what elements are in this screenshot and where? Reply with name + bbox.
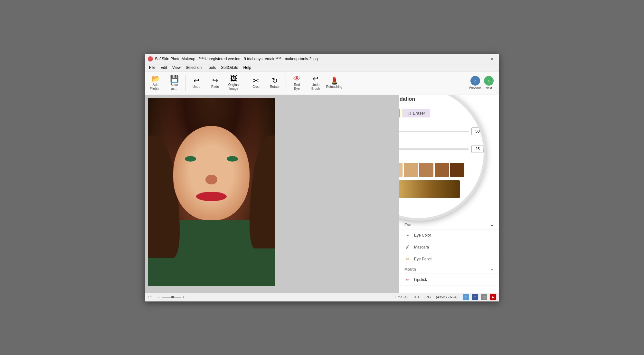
color-intensity-slider-track[interactable] <box>399 148 469 150</box>
photo-nose <box>205 175 218 184</box>
next-nav[interactable]: › Next <box>484 76 494 90</box>
color-label-inner: Color <box>399 157 484 161</box>
zoom-out-button[interactable]: ─ <box>158 295 160 299</box>
eye-section-label: Eye <box>404 223 411 227</box>
photo-eye-left <box>185 156 196 162</box>
panel-header-inner: 💄 Foundation ✕ <box>399 95 484 107</box>
eye-pencil-item[interactable]: ✏ Eye Pencil <box>399 253 499 265</box>
zoom-controls: ─ + <box>158 295 184 299</box>
color-swatch-1[interactable] <box>399 163 402 177</box>
red-eye-icon: 👁 <box>293 75 300 82</box>
facebook-icon[interactable]: f <box>472 294 478 300</box>
mouth-section-label: Mouth <box>404 267 416 272</box>
color-swatch-3[interactable] <box>419 163 433 177</box>
menu-softorbits[interactable]: SoftOrbits <box>218 65 241 70</box>
zoom-slider[interactable] <box>162 297 181 298</box>
previous-label: Previous <box>469 86 481 90</box>
lipstick-label: Lipstick <box>414 277 427 282</box>
redo-button[interactable]: ↪ Redo <box>206 72 224 94</box>
gradient-rect[interactable] <box>399 180 460 198</box>
save-as-button[interactable]: 💾 Saveas... <box>165 72 183 94</box>
retouching-label: Retouching <box>326 85 343 89</box>
eye-pencil-label: Eye Pencil <box>414 257 432 261</box>
toolbar-nav-area: ‹ Previous › Next <box>469 76 497 90</box>
panel-close-inner[interactable]: ✕ <box>476 96 481 102</box>
eraser-tab-icon: ◻ <box>407 111 411 116</box>
title-bar: SoftSkin Photo Makeup - ****Unregistered… <box>145 54 499 64</box>
mouth-section-arrow: ▲ <box>490 267 494 271</box>
status-icons: ℹ f ⊡ ▶ <box>463 294 496 300</box>
color-intensity-label: Color intensity <box>399 139 484 144</box>
undo-brush-button[interactable]: ↩ UndoBrush <box>307 72 325 94</box>
mouth-section-header[interactable]: Mouth ▲ <box>399 265 499 274</box>
rotate-button[interactable]: ↻ Rotate <box>266 72 284 94</box>
menu-file[interactable]: File <box>147 65 158 70</box>
original-image-button[interactable]: 🖼 OriginalImage <box>225 72 243 94</box>
lipstick-item[interactable]: ✏ Lipstick <box>399 274 499 286</box>
radius-slider-track[interactable] <box>399 131 469 132</box>
zoom-indicator: 1:1 <box>148 295 153 299</box>
tool-tabs-inner: 🖌 Brush ◻ Eraser <box>399 107 484 119</box>
format-label: JPG <box>424 295 431 299</box>
maximize-button[interactable]: □ <box>479 56 487 62</box>
color-intensity-value[interactable]: 25 <box>471 145 484 153</box>
color-swatch-5[interactable] <box>450 163 464 177</box>
previous-nav[interactable]: ‹ Previous <box>469 76 481 90</box>
color-swatch-2[interactable] <box>404 163 418 177</box>
menu-view[interactable]: View <box>170 65 183 70</box>
next-label: Next <box>486 86 492 90</box>
menu-tools[interactable]: Tools <box>204 65 218 70</box>
next-button[interactable]: › <box>484 76 494 86</box>
retouching-button[interactable]: 💄 Retouching <box>325 72 343 94</box>
eraser-tab[interactable]: ◻ Eraser <box>402 109 430 117</box>
minimize-button[interactable]: ─ <box>470 56 478 62</box>
toolbar-sep-3 <box>286 75 286 91</box>
color-intensity-control: Color intensity 25 <box>399 138 484 155</box>
eye-color-item[interactable]: ● Eye Color <box>399 229 499 241</box>
redo-icon: ↪ <box>212 77 218 84</box>
share-icon[interactable]: ⊡ <box>481 294 487 300</box>
add-files-button[interactable]: 📂 AddFile(s)... <box>147 72 165 94</box>
nav-list: Eye ▲ ● Eye Color 🖊 Mascara ✏ Eye Pencil <box>399 221 499 293</box>
menu-bar: File Edit View Selection Tools SoftOrbit… <box>145 64 499 71</box>
brush-tab[interactable]: 🖌 Brush <box>399 109 400 117</box>
undo-button[interactable]: ↩ Undo <box>187 72 205 94</box>
rotate-icon: ↻ <box>272 77 278 84</box>
crop-button[interactable]: ✂ Crop <box>247 72 265 94</box>
radius-slider-row: 50 <box>399 127 484 135</box>
radius-value[interactable]: 50 <box>471 127 484 135</box>
menu-help[interactable]: Help <box>241 65 254 70</box>
retouching-icon: 💄 <box>330 77 339 84</box>
eye-section-header[interactable]: Eye ▲ <box>399 221 499 229</box>
main-content: 💄 Foundation ✕ 🖌 Brush ◻ Eraser <box>145 95 499 293</box>
menu-edit[interactable]: Edit <box>158 65 170 70</box>
dimensions-label: (435x650x24) <box>436 295 458 299</box>
menu-selection[interactable]: Selection <box>183 65 204 70</box>
mascara-item[interactable]: 🖊 Mascara <box>399 241 499 253</box>
youtube-icon[interactable]: ▶ <box>490 294 496 300</box>
undo-brush-label: UndoBrush <box>311 83 320 91</box>
add-files-icon: 📂 <box>151 75 160 82</box>
photo-container <box>148 98 275 286</box>
radius-control: Radius 50 <box>399 119 484 138</box>
color-gradient-picker[interactable] <box>399 179 484 199</box>
radius-slider-thumb[interactable] <box>399 128 399 135</box>
zoom-thumb <box>171 296 174 298</box>
info-icon[interactable]: ℹ <box>463 294 469 300</box>
previous-button[interactable]: ‹ <box>470 76 480 86</box>
red-eye-button[interactable]: 👁 RedEye <box>288 72 306 94</box>
crop-icon: ✂ <box>253 77 259 84</box>
photo-canvas[interactable] <box>145 95 399 293</box>
color-swatch-4[interactable] <box>435 163 449 177</box>
eraser-tab-label: Eraser <box>413 111 425 116</box>
mascara-label: Mascara <box>414 245 429 249</box>
lipstick-icon: ✏ <box>404 276 411 283</box>
photo-eye-right <box>227 156 238 162</box>
add-files-label: AddFile(s)... <box>150 83 161 91</box>
eye-section-arrow: ▲ <box>490 223 494 227</box>
zoom-in-button[interactable]: + <box>182 295 184 299</box>
toolbar: 📂 AddFile(s)... 💾 Saveas... ↩ Undo ↪ Red… <box>145 71 499 95</box>
eye-color-label: Eye Color <box>414 233 431 238</box>
close-button[interactable]: ✕ <box>488 56 496 62</box>
eye-pencil-icon: ✏ <box>404 256 411 262</box>
